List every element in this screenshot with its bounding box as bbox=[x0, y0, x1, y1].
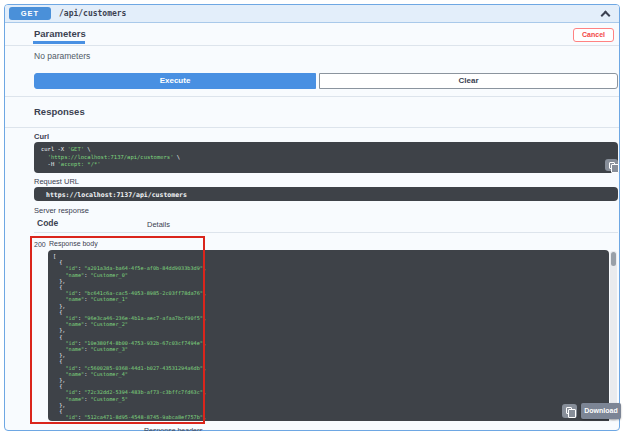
response-headers-label: Response headers bbox=[144, 427, 203, 431]
code-column-header: Code bbox=[37, 218, 58, 228]
request-url-bar: https://localhost:7137/api/customers bbox=[34, 187, 618, 201]
request-url-label: Request URL bbox=[34, 177, 79, 186]
curl-label: Curl bbox=[34, 132, 49, 141]
divider-under-table-header bbox=[34, 232, 618, 233]
curl-command-text: curl -X 'GET' \ 'https://localhost:7137/… bbox=[41, 146, 180, 169]
opblock-get-customers: GET /api/customers Parameters Cancel No … bbox=[4, 4, 620, 431]
swagger-ui-page: GET /api/customers Parameters Cancel No … bbox=[0, 0, 624, 431]
server-response-label: Server response bbox=[34, 206, 89, 215]
download-button[interactable]: Download bbox=[581, 403, 621, 419]
copy-icon bbox=[566, 407, 572, 414]
responses-section-title: Responses bbox=[34, 106, 85, 117]
divider-below-responses bbox=[5, 127, 619, 128]
divider-under-tabs bbox=[5, 45, 619, 46]
response-body-label: Response body bbox=[49, 240, 98, 247]
response-copy-button[interactable] bbox=[562, 404, 577, 418]
scrollbar-thumb[interactable] bbox=[611, 252, 616, 266]
no-parameters-text: No parameters bbox=[34, 51, 90, 61]
curl-code-block: curl -X 'GET' \ 'https://localhost:7137/… bbox=[34, 142, 618, 173]
http-method-badge: GET bbox=[9, 7, 51, 20]
response-body-pre: [ { "id": "a201a3da-ba64-4f5e-af0b-84dd9… bbox=[53, 253, 206, 420]
tab-parameters-active-underline bbox=[33, 41, 85, 44]
cancel-button[interactable]: Cancel bbox=[573, 28, 614, 42]
response-body-scrollbar[interactable] bbox=[610, 251, 617, 421]
execute-button[interactable]: Execute bbox=[34, 73, 316, 89]
response-body-block: [ { "id": "a201a3da-ba64-4f5e-af0b-84dd9… bbox=[48, 250, 609, 421]
tab-parameters[interactable]: Parameters bbox=[34, 28, 86, 39]
divider-above-responses bbox=[5, 96, 619, 97]
details-column-header: Details bbox=[147, 220, 170, 229]
status-code-200: 200 bbox=[34, 241, 46, 248]
curl-copy-button[interactable] bbox=[605, 159, 618, 171]
clear-button[interactable]: Clear bbox=[319, 73, 618, 89]
collapse-chevron-up-icon[interactable] bbox=[601, 11, 611, 21]
endpoint-path: /api/customers bbox=[59, 9, 126, 18]
endpoint-summary-bar[interactable]: GET /api/customers bbox=[5, 5, 619, 23]
copy-icon bbox=[609, 162, 615, 169]
request-url-value: https://localhost:7137/api/customers bbox=[46, 191, 187, 199]
